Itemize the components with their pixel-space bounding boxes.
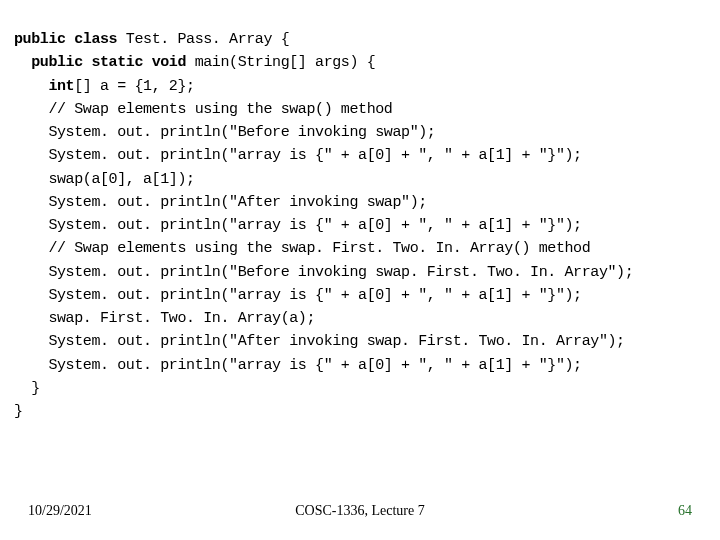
code-text: System. out. println("Before invoking sw…: [48, 264, 633, 281]
code-text: }: [14, 380, 40, 397]
kw-void: void: [152, 54, 186, 71]
code-text: main(String[] args) {: [186, 54, 375, 71]
code-text: System. out. println("After invoking swa…: [48, 333, 624, 350]
kw-int: int: [48, 78, 74, 95]
code-block: public class Test. Pass. Array { public …: [14, 28, 720, 423]
footer-title: COSC-1336, Lecture 7: [0, 500, 720, 522]
kw-class: class: [74, 31, 117, 48]
code-text: System. out. println("array is {" + a[0]…: [48, 287, 581, 304]
slide-page: public class Test. Pass. Array { public …: [0, 0, 720, 540]
code-text: Test. Pass. Array {: [117, 31, 289, 48]
code-text: [] a = {1, 2};: [74, 78, 194, 95]
footer-page-number: 64: [678, 500, 692, 522]
kw-public: public: [14, 31, 66, 48]
code-text: }: [14, 403, 23, 420]
code-text: System. out. println("Before invoking sw…: [48, 124, 435, 141]
code-text: System. out. println("array is {" + a[0]…: [48, 147, 581, 164]
kw-public: public: [31, 54, 83, 71]
code-text: // Swap elements using the swap() method: [48, 101, 392, 118]
kw-static: static: [91, 54, 143, 71]
code-text: swap. First. Two. In. Array(a);: [48, 310, 315, 327]
code-text: System. out. println("array is {" + a[0]…: [48, 217, 581, 234]
code-text: System. out. println("array is {" + a[0]…: [48, 357, 581, 374]
code-text: System. out. println("After invoking swa…: [48, 194, 426, 211]
code-text: // Swap elements using the swap. First. …: [48, 240, 590, 257]
code-text: swap(a[0], a[1]);: [48, 171, 194, 188]
